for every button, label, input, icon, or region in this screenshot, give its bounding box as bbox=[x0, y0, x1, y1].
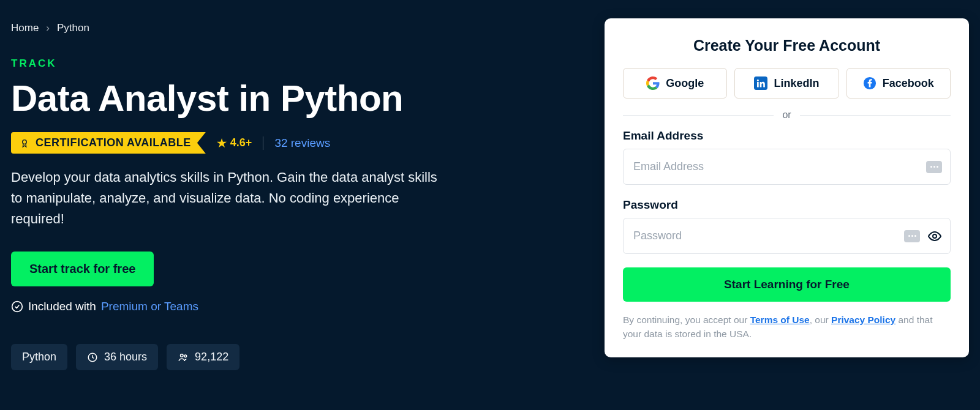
divider bbox=[263, 136, 263, 150]
facebook-icon bbox=[863, 76, 876, 90]
google-icon bbox=[646, 76, 660, 90]
included-row: Included with Premium or Teams bbox=[11, 300, 580, 313]
legal-text: By continuing, you accept our Terms of U… bbox=[623, 313, 951, 341]
password-label: Password bbox=[623, 198, 951, 212]
svg-point-4 bbox=[184, 355, 187, 357]
linkedin-label: LinkedIn bbox=[774, 77, 819, 90]
svg-point-3 bbox=[181, 354, 184, 357]
facebook-signin-button[interactable]: Facebook bbox=[846, 68, 951, 99]
track-description: Develop your data analytics skills in Py… bbox=[11, 167, 452, 229]
meta-row: CERTIFICATION AVAILABLE ★ 4.6+ 32 review… bbox=[11, 132, 580, 154]
google-label: Google bbox=[666, 77, 704, 90]
breadcrumb: Home › Python bbox=[11, 22, 580, 34]
premium-teams-link[interactable]: Premium or Teams bbox=[101, 300, 198, 313]
rating-value: 4.6+ bbox=[230, 136, 252, 149]
or-text: or bbox=[782, 110, 791, 121]
track-eyebrow: TRACK bbox=[11, 58, 580, 70]
users-icon bbox=[178, 352, 189, 363]
certification-label: CERTIFICATION AVAILABLE bbox=[36, 136, 191, 149]
signup-title: Create Your Free Account bbox=[623, 37, 951, 54]
svg-point-1 bbox=[12, 302, 23, 312]
chip-learners-label: 92,122 bbox=[195, 351, 228, 363]
award-icon bbox=[20, 137, 29, 149]
breadcrumb-python[interactable]: Python bbox=[57, 22, 89, 34]
signup-card: Create Your Free Account Google LinkedIn bbox=[605, 18, 969, 357]
star-icon: ★ bbox=[217, 136, 227, 150]
privacy-link[interactable]: Privacy Policy bbox=[831, 315, 895, 325]
password-field[interactable] bbox=[623, 218, 951, 254]
svg-point-7 bbox=[933, 234, 937, 238]
facebook-label: Facebook bbox=[883, 77, 934, 90]
included-prefix: Included with bbox=[28, 300, 96, 313]
chevron-right-icon: › bbox=[46, 22, 50, 34]
or-divider: or bbox=[623, 110, 951, 121]
start-track-button[interactable]: Start track for free bbox=[11, 252, 154, 286]
chip-duration-label: 36 hours bbox=[104, 351, 147, 363]
eye-icon[interactable] bbox=[927, 229, 942, 244]
chip-learners: 92,122 bbox=[167, 344, 239, 370]
clock-icon bbox=[87, 352, 98, 363]
google-signin-button[interactable]: Google bbox=[623, 68, 727, 99]
terms-link[interactable]: Terms of Use bbox=[750, 315, 810, 325]
social-row: Google LinkedIn Facebook bbox=[623, 68, 951, 99]
email-field[interactable] bbox=[623, 149, 951, 185]
linkedin-signin-button[interactable]: LinkedIn bbox=[734, 68, 839, 99]
linkedin-icon bbox=[754, 76, 767, 90]
check-circle-icon bbox=[11, 300, 23, 313]
certification-badge: CERTIFICATION AVAILABLE bbox=[11, 132, 206, 154]
breadcrumb-home[interactable]: Home bbox=[11, 22, 39, 34]
page-title: Data Analyst in Python bbox=[11, 78, 580, 119]
svg-point-0 bbox=[23, 140, 27, 144]
autofill-icon bbox=[904, 230, 920, 242]
start-learning-button[interactable]: Start Learning for Free bbox=[623, 267, 951, 302]
chip-duration: 36 hours bbox=[76, 344, 158, 370]
autofill-icon bbox=[926, 161, 942, 173]
email-label: Email Address bbox=[623, 129, 951, 143]
chips-row: Python 36 hours 92,122 bbox=[11, 344, 580, 370]
reviews-link[interactable]: 32 reviews bbox=[274, 136, 330, 150]
chip-tech: Python bbox=[11, 344, 67, 370]
chip-tech-label: Python bbox=[22, 351, 56, 363]
rating: ★ 4.6+ bbox=[217, 136, 252, 150]
